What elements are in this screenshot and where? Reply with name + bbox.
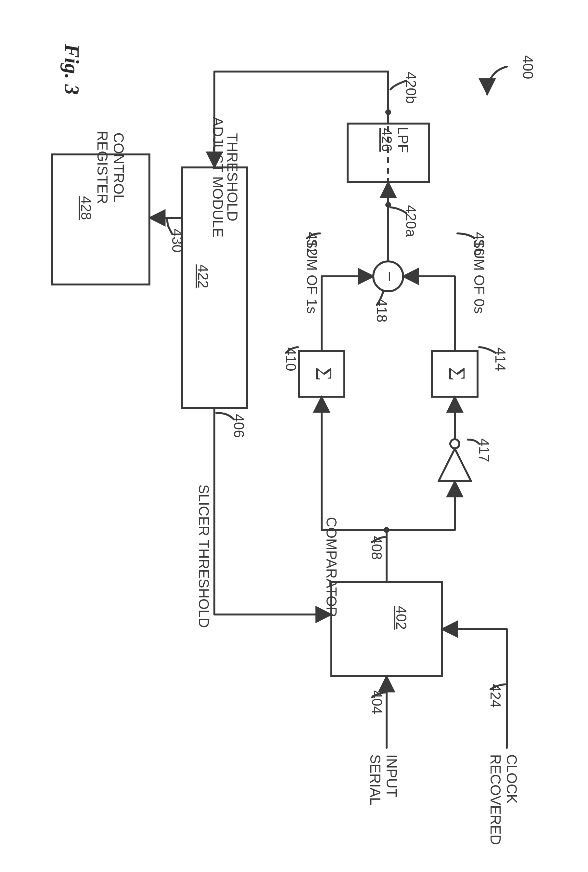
wire-to-inverter [387, 481, 455, 530]
recovered-label-1: RECOVERED [488, 754, 504, 845]
sigma-icon-0: Σ [444, 367, 470, 381]
ref-420b: 420b [403, 72, 419, 104]
wire-412 [322, 277, 374, 351]
svg-point-0 [450, 439, 459, 448]
diagram-canvas: Fig. 3 400 CONTROL REGISTER 428 430 THRE… [0, 0, 588, 872]
comparator-block [332, 582, 442, 676]
serial-label-1: SERIAL [368, 754, 383, 805]
ref-416: 416 [471, 232, 487, 256]
lpf-label: LPF [395, 127, 411, 153]
serial-label-2: INPUT [384, 754, 400, 797]
wire-416 [403, 277, 455, 351]
ref-418: 418 [374, 298, 390, 322]
sigma-icon-1: Σ [311, 367, 337, 381]
ref-406: 406 [231, 414, 247, 438]
ref-426: 426 [379, 128, 395, 152]
recovered-label-2: CLOCK [504, 754, 520, 804]
slicer-threshold-1: SLICER [196, 484, 212, 536]
inverter-symbol [439, 439, 471, 481]
ref-410: 410 [283, 347, 299, 371]
threshold-adjust-label-2: ADJUST MODULE [210, 117, 226, 238]
ref-417: 417 [476, 438, 492, 462]
ref-422: 422 [195, 264, 211, 288]
figure-title: Fig. 3 [60, 44, 84, 95]
ref-402: 402 [393, 606, 410, 630]
wire-to-sum1 [322, 397, 387, 530]
ref-400-arrow [487, 67, 507, 94]
ref-420a: 420a [403, 205, 419, 237]
control-register-label-1: CONTROL [111, 132, 127, 202]
control-register-label-2: REGISTER [94, 131, 111, 204]
threshold-adjust-label-1: THRESHOLD [225, 133, 240, 221]
comparator-label: COMPARATOR [324, 517, 339, 617]
ref-414: 414 [492, 347, 508, 371]
ref-428: 428 [78, 196, 94, 220]
slicer-threshold-2: THRESHOLD [196, 540, 212, 628]
minus-icon: − [380, 271, 400, 282]
ref-400: 400 [520, 55, 536, 79]
